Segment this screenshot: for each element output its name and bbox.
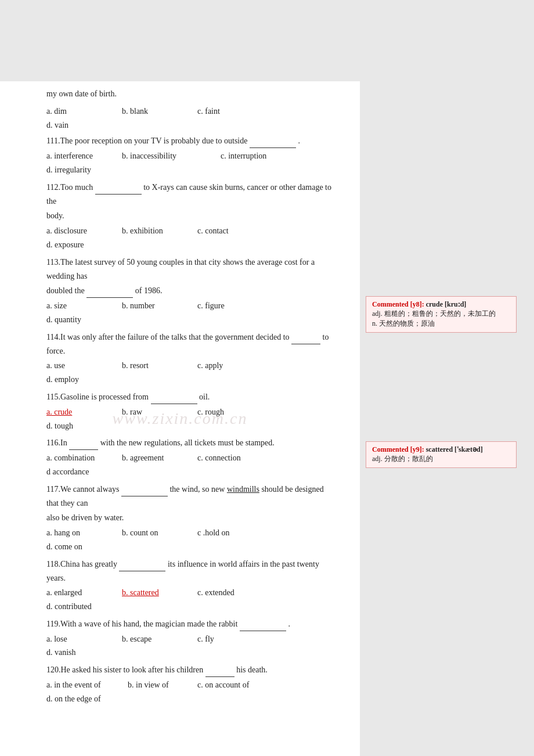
q115-option-c: c. rough bbox=[197, 405, 267, 419]
q120-option-c: c. on account of bbox=[197, 678, 273, 692]
q116-option-c: c. connection bbox=[197, 451, 267, 465]
q115-block: 115.Gasoline is processed from oil. a. c… bbox=[46, 390, 337, 433]
sidebar: Commented [y8]: crude [kruːd] adj. 粗糙的；粗… bbox=[360, 81, 534, 756]
q119-text: 119.With a wave of his hand, the magicia… bbox=[46, 617, 337, 631]
q114-text: 114.It was only after the failure of the… bbox=[46, 330, 337, 358]
q118-block: 118.China has greatly its influence in w… bbox=[46, 557, 337, 614]
q116-option-d: d accordance bbox=[46, 465, 116, 479]
q114-option-c: c. apply bbox=[197, 359, 267, 373]
q119-option-a: a. lose bbox=[46, 632, 116, 646]
comment1-label: Commented [y8]: crude [kruːd] bbox=[372, 300, 510, 309]
q118-option-a: a. enlarged bbox=[46, 586, 116, 600]
q118-options: a. enlarged b. scattered c. extended d. … bbox=[46, 586, 337, 614]
q117-blank bbox=[121, 487, 168, 496]
q111-blank bbox=[250, 139, 296, 148]
q111-option-d: d. irregularity bbox=[46, 163, 116, 177]
q114-option-d: d. employ bbox=[46, 373, 116, 387]
q117-options: a. hang on b. count on c .hold on d. com… bbox=[46, 526, 337, 554]
intro-text: my own date of birth. bbox=[46, 87, 337, 101]
q114-option-b: b. resort bbox=[122, 359, 192, 373]
q120-option-b: b. in view of bbox=[128, 678, 192, 692]
q116-block: 116.In with the new regulations, all tic… bbox=[46, 436, 337, 478]
q119-blank bbox=[240, 622, 286, 631]
q119-option-c: c. fly bbox=[197, 632, 267, 646]
q114-option-a: a. use bbox=[46, 359, 116, 373]
q114-blank bbox=[291, 335, 320, 344]
q119-block: 119.With a wave of his hand, the magicia… bbox=[46, 617, 337, 660]
q112-option-a: a. disclosure bbox=[46, 224, 116, 238]
q115-blank bbox=[151, 395, 197, 404]
q115-option-b: b. raw bbox=[122, 405, 192, 419]
q113-option-d: d. quantity bbox=[46, 313, 116, 327]
q118-option-c: c. extended bbox=[197, 586, 267, 600]
comment2-line1: adj. 分散的；散乱的 bbox=[372, 454, 510, 464]
q110-option-a: a. dim bbox=[46, 105, 116, 118]
q120-option-a: a. in the event of bbox=[46, 678, 122, 692]
q113-option-b: b. number bbox=[122, 299, 192, 313]
q115-options: a. crude b. raw c. rough d. tough bbox=[46, 405, 337, 433]
q112-option-c: c. contact bbox=[197, 224, 267, 238]
q112-option-b: b. exhibition bbox=[122, 224, 192, 238]
q117-windmills: windmills bbox=[227, 485, 259, 494]
q111-options: a. interference b. inaccessibility c. in… bbox=[46, 149, 337, 177]
q112-option-d: d. exposure bbox=[46, 238, 116, 252]
q113-option-a: a. size bbox=[46, 299, 116, 313]
q112-text: 112.Too much to X-rays can cause skin bu… bbox=[46, 181, 337, 208]
q111-text: 111.The poor reception on your TV is pro… bbox=[46, 134, 337, 148]
q114-options: a. use b. resort c. apply d. employ bbox=[46, 359, 337, 387]
q113-blank bbox=[86, 289, 133, 298]
q117-option-c: c .hold on bbox=[197, 526, 267, 540]
q120-block: 120.He asked his sister to look after hi… bbox=[46, 663, 337, 705]
q115-option-d: d. tough bbox=[46, 419, 116, 433]
q116-options: a. combination b. agreement c. connectio… bbox=[46, 451, 337, 479]
q117-block: 117.We cannot always the wind, so new wi… bbox=[46, 483, 337, 554]
q116-text: 116.In with the new regulations, all tic… bbox=[46, 436, 337, 450]
q118-option-b: b. scattered bbox=[122, 586, 192, 600]
q115-option-a: a. crude bbox=[46, 405, 116, 419]
q118-option-d: d. contributed bbox=[46, 600, 116, 614]
q118-blank bbox=[119, 562, 165, 571]
comment1-line2: n. 天然的物质；原油 bbox=[372, 319, 510, 329]
q120-option-d: d. on the edge of bbox=[46, 692, 116, 706]
q112-blank bbox=[95, 185, 142, 195]
q117-cont: also be driven by water. bbox=[46, 511, 337, 525]
comment1-line1: adj. 粗糙的；粗鲁的；天然的，未加工的 bbox=[372, 309, 510, 319]
q114-block: 114.It was only after the failure of the… bbox=[46, 330, 337, 387]
q111-option-b: b. inaccessibility bbox=[122, 149, 215, 163]
q113-option-c: c. figure bbox=[197, 299, 267, 313]
comment2-label: Commented [y9]: scattered [ˈskætəd] bbox=[372, 445, 510, 454]
comment2-box: Commented [y9]: scattered [ˈskætəd] adj.… bbox=[366, 441, 517, 468]
q112-block: 112.Too much to X-rays can cause skin bu… bbox=[46, 181, 337, 252]
q119-options: a. lose b. escape c. fly d. vanish bbox=[46, 632, 337, 660]
q112-cont: body. bbox=[46, 209, 337, 223]
q111-block: 111.The poor reception on your TV is pro… bbox=[46, 134, 337, 177]
q119-option-d: d. vanish bbox=[46, 646, 116, 660]
q112-options: a. disclosure b. exhibition c. contact d… bbox=[46, 224, 337, 252]
q113-block: 113.The latest survey of 50 young couple… bbox=[46, 255, 337, 327]
q117-text: 117.We cannot always the wind, so new wi… bbox=[46, 483, 337, 510]
q113-options: a. size b. number c. figure d. quantity bbox=[46, 299, 337, 327]
q120-options: a. in the event of b. in view of c. on a… bbox=[46, 678, 337, 706]
q117-option-b: b. count on bbox=[122, 526, 192, 540]
q117-option-d: d. come on bbox=[46, 540, 116, 554]
q113-text: 113.The latest survey of 50 young couple… bbox=[46, 255, 337, 283]
q115-text: 115.Gasoline is processed from oil. bbox=[46, 390, 337, 404]
q120-text: 120.He asked his sister to look after hi… bbox=[46, 663, 337, 677]
q110-option-c: c. faint bbox=[197, 105, 267, 118]
q110-option-d: d. vain bbox=[46, 118, 116, 132]
comment1-box: Commented [y8]: crude [kruːd] adj. 粗糙的；粗… bbox=[366, 296, 517, 333]
q110-option-b: b. blank bbox=[122, 105, 192, 118]
q119-option-b: b. escape bbox=[122, 632, 192, 646]
q117-option-a: a. hang on bbox=[46, 526, 116, 540]
q120-blank bbox=[205, 668, 234, 677]
q116-blank bbox=[69, 441, 98, 450]
q116-option-a: a. combination bbox=[46, 451, 116, 465]
q116-option-b: b. agreement bbox=[122, 451, 192, 465]
q110-options: a. dim b. blank c. faint d. vain bbox=[46, 105, 337, 132]
q111-option-c: c. interruption bbox=[221, 149, 290, 163]
q118-text: 118.China has greatly its influence in w… bbox=[46, 557, 337, 585]
q111-option-a: a. interference bbox=[46, 149, 116, 163]
q113-cont: doubled the of 1986. bbox=[46, 284, 337, 298]
